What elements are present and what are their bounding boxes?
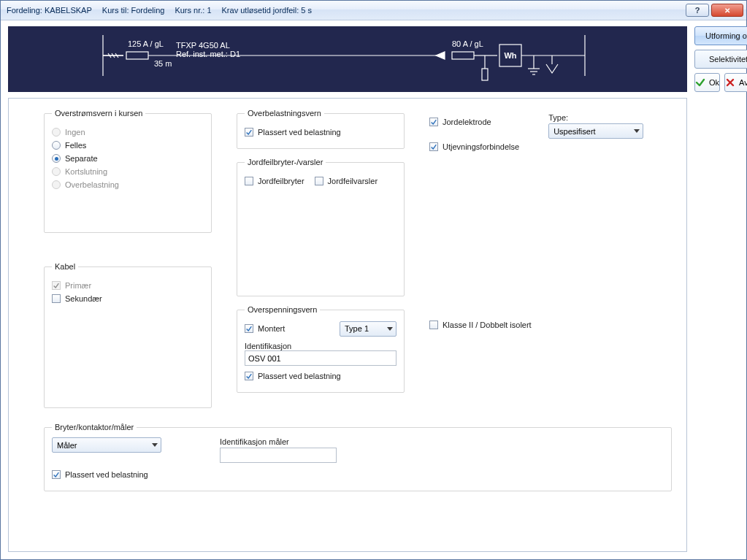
meter-ident-input[interactable] [220,448,337,463]
close-button[interactable]: ✕ [711,4,743,17]
check-mounted[interactable]: Montert [245,324,285,333]
check-overload-placed[interactable]: Plassert ved belastning [245,128,397,137]
check-secondary[interactable]: Sekundær [52,294,204,303]
svg-text:TFXP 4G50 AL: TFXP 4G50 AL [176,41,230,50]
svg-rect-6 [126,52,148,59]
overvoltage-ident-input[interactable]: OSV 001 [245,350,397,366]
title-course-nr: Kurs nr.: 1 [175,6,211,15]
radio-shortcircuit: Kortslutning [52,167,204,176]
switch-meter-group: Bryter/kontaktor/måler Måler Plassert ve… [44,423,672,491]
check-earth-breaker[interactable]: Jordfeilbryter [245,177,304,185]
design-protection-button[interactable]: Utforming og beskyttelse [694,26,747,45]
help-button[interactable]: ? [686,4,709,17]
form-panel: Overstrømsvern i kursen Ingen Felles Sep… [8,98,687,552]
cable-legend: Kabel [52,262,78,271]
check-earth-alarm[interactable]: Jordfeilvarsler [315,177,378,185]
title-earth-fault: Krav utløsetid jordfeil: 5 s [222,6,313,15]
title-distribution: Fordeling: KABELSKAP [7,6,92,15]
circuit-diagram: 125 A / gL 35 m TFXP 4G50 AL Ref. inst. … [8,26,687,92]
radio-none: Ingen [52,128,204,137]
check-primary: Primær [52,281,204,290]
switch-meter-legend: Bryter/kontaktor/måler [52,423,137,431]
svg-text:35 m: 35 m [154,59,172,68]
ok-button[interactable]: Ok [694,73,720,92]
radio-overload: Overbelastning [52,180,204,189]
check-class2[interactable]: Klasse II / Dobbelt isolert [429,321,672,329]
overload-legend: Overbelastningsvern [245,109,324,118]
radio-separate[interactable]: Separate [52,154,204,163]
overcurrent-group: Overstrømsvern i kursen Ingen Felles Sep… [44,109,212,233]
check-overvoltage-placed[interactable]: Plassert ved belastning [245,372,397,380]
question-icon: ? [695,6,700,15]
check-equipotential[interactable]: Utjevningsforbindelse [429,142,519,151]
earth-fault-legend: Jordfeilbryter-/varsler [245,158,326,166]
overvoltage-group: Overspenningsvern Montert Type 1 Identif… [237,305,405,393]
dialog-window: Fordeling: KABELSKAP Kurs til: Fordeling… [0,0,747,560]
check-switch-placed[interactable]: Plassert ved belastning [52,470,161,479]
svg-text:80 A / gL: 80 A / gL [452,39,483,48]
chevron-down-icon [387,327,393,331]
titlebar: Fordeling: KABELSKAP Kurs til: Fordeling… [1,1,746,20]
overload-group: Overbelastningsvern Plassert ved belastn… [237,109,405,149]
svg-text:Ref. inst. met.: D1: Ref. inst. met.: D1 [176,50,240,58]
type-dropdown[interactable]: Uspesifisert [548,123,643,139]
radio-common[interactable]: Felles [52,141,204,150]
cable-group: Kabel Primær Sekundær [44,262,212,408]
svg-rect-15 [482,69,488,80]
svg-rect-9 [452,52,474,59]
chevron-down-icon [152,443,158,447]
cross-icon [725,77,735,88]
ident-label: Identifikasjon [245,342,397,350]
selectivity-button[interactable]: Selektivitet [694,50,747,69]
overvoltage-type-dropdown[interactable]: Type 1 [340,321,397,337]
check-earth-electrode[interactable]: Jordelektrode [429,118,519,126]
svg-text:125 A / gL: 125 A / gL [128,39,164,48]
diagram-svg: 125 A / gL 35 m TFXP 4G50 AL Ref. inst. … [8,26,687,92]
chevron-down-icon [634,129,640,133]
type-label: Type: [548,113,643,122]
close-icon: ✕ [724,7,730,15]
overvoltage-legend: Overspenningsvern [245,305,320,314]
overcurrent-legend: Overstrømsvern i kursen [52,109,145,118]
check-icon [695,77,705,88]
title-course-to: Kurs til: Fordeling [102,6,165,15]
switch-type-dropdown[interactable]: Måler [52,437,161,453]
earth-fault-group: Jordfeilbryter-/varsler Jordfeilbryter J… [237,158,405,296]
svg-text:Wh: Wh [504,51,516,60]
svg-marker-8 [436,52,445,59]
cancel-button[interactable]: Avbryt [724,73,747,92]
meter-ident-label: Identifikasjon måler [220,437,337,446]
